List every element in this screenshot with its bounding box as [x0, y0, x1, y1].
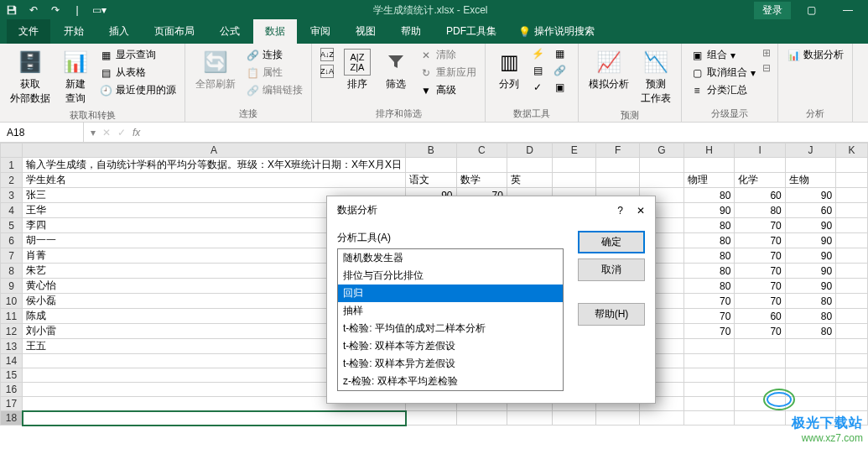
group-button[interactable]: ▣组合 ▾ [689, 47, 757, 63]
show-queries-button[interactable]: ▦显示查询 [97, 47, 178, 63]
cell[interactable]: 70 [735, 279, 785, 294]
from-table-button[interactable]: ▤从表格 [97, 65, 178, 81]
cell[interactable]: 90 [683, 203, 734, 218]
cell[interactable] [836, 294, 868, 309]
cell[interactable] [735, 411, 785, 426]
analysis-tool-item[interactable]: t-检验: 平均值的成对二样本分析 [338, 320, 563, 337]
cell[interactable] [836, 264, 868, 279]
cell[interactable] [553, 158, 596, 173]
cell[interactable] [735, 368, 785, 383]
cell[interactable] [836, 368, 868, 383]
cell[interactable] [836, 279, 868, 294]
text-to-columns-button[interactable]: ▥ 分列 [492, 47, 526, 93]
cell[interactable]: 80 [735, 203, 785, 218]
analysis-tool-item[interactable]: 抽样 [338, 302, 563, 320]
cell[interactable]: 输入学生成绩，自动统计学科的平均分等数据。班级：X年X班统计日期：X年X月X日 [23, 158, 406, 173]
row-header[interactable]: 3 [1, 188, 23, 203]
new-query-button[interactable]: 📊 新建 查询 [59, 47, 92, 107]
cell[interactable]: 70 [683, 309, 734, 324]
recent-sources-button[interactable]: 🕘最近使用的源 [97, 82, 178, 98]
ribbon-display-icon[interactable]: ▢ [794, 2, 828, 18]
cell[interactable] [683, 354, 734, 368]
analysis-tools-listbox[interactable]: 直方图移动平均随机数发生器排位与百分比排位回归抽样t-检验: 平均值的成对二样本… [337, 248, 564, 391]
cell[interactable]: 80 [683, 248, 734, 264]
cell[interactable] [836, 397, 868, 411]
save-icon[interactable] [3, 2, 20, 18]
fx-icon[interactable]: fx [133, 127, 140, 138]
row-header[interactable]: 2 [1, 173, 23, 188]
cell[interactable]: 80 [683, 264, 734, 279]
cell[interactable]: 80 [683, 233, 734, 248]
cell[interactable] [785, 158, 835, 173]
cell[interactable]: 90 [785, 233, 835, 248]
consolidate-icon[interactable]: ▦ [553, 47, 566, 60]
cell[interactable]: 80 [683, 188, 734, 203]
sort-button[interactable]: A|ZZ|A 排序 [340, 47, 374, 93]
cell[interactable] [683, 383, 734, 397]
ungroup-button[interactable]: ▢取消组合 ▾ [689, 65, 757, 81]
analysis-tool-item[interactable]: 回归 [338, 285, 563, 302]
cell[interactable]: 80 [785, 294, 835, 309]
cell[interactable] [596, 411, 640, 426]
cell[interactable] [553, 173, 596, 188]
tab-insert[interactable]: 插入 [97, 19, 141, 44]
tab-pdf[interactable]: PDF工具集 [434, 19, 508, 44]
column-header[interactable]: I [735, 144, 785, 158]
dialog-help-icon[interactable]: ? [617, 205, 623, 217]
cell[interactable] [836, 309, 868, 324]
cell[interactable]: 80 [785, 309, 835, 324]
cell[interactable]: 60 [735, 188, 785, 203]
minimize-icon[interactable]: — [831, 2, 865, 18]
cell[interactable] [785, 368, 835, 383]
collapse-icon[interactable]: ⊟ [762, 62, 771, 74]
filter-button[interactable]: 筛选 [379, 47, 413, 93]
cell[interactable]: 60 [785, 203, 835, 218]
column-header[interactable]: B [406, 144, 456, 158]
analysis-tool-item[interactable]: t-检验: 双样本等方差假设 [338, 337, 563, 355]
tab-review[interactable]: 审阅 [299, 19, 342, 44]
cell[interactable] [683, 339, 734, 354]
cell[interactable]: 60 [735, 309, 785, 324]
column-header[interactable]: G [640, 144, 684, 158]
edit-links-button[interactable]: 🔗编辑链接 [244, 82, 304, 98]
select-all-corner[interactable] [1, 144, 23, 158]
cell[interactable] [683, 397, 734, 411]
cell[interactable]: 70 [735, 248, 785, 264]
cell[interactable]: 70 [683, 294, 734, 309]
cell[interactable]: 70 [735, 264, 785, 279]
cell[interactable]: 70 [683, 324, 734, 339]
cell[interactable]: 70 [735, 294, 785, 309]
cell[interactable] [735, 397, 785, 411]
cell[interactable]: 70 [735, 233, 785, 248]
data-validation-icon[interactable]: ✓ [531, 81, 544, 94]
analysis-tool-item[interactable]: 随机数发生器 [338, 249, 563, 267]
sort-desc-button[interactable]: Z↓A [319, 64, 335, 79]
undo-icon[interactable]: ↶ [25, 2, 42, 18]
row-header[interactable]: 17 [1, 397, 23, 411]
cell[interactable]: 学生姓名 [23, 173, 406, 188]
cell[interactable] [836, 411, 868, 426]
cell[interactable] [640, 411, 684, 426]
tab-home[interactable]: 开始 [52, 19, 96, 44]
analysis-tool-item[interactable]: z-检验: 双样本平均差检验 [338, 373, 563, 390]
column-header[interactable]: D [507, 144, 552, 158]
ok-button[interactable]: 确定 [578, 231, 645, 253]
column-header[interactable]: H [683, 144, 734, 158]
tab-view[interactable]: 视图 [344, 19, 387, 44]
row-header[interactable]: 4 [1, 203, 23, 218]
row-header[interactable]: 1 [1, 158, 23, 173]
tab-help[interactable]: 帮助 [389, 19, 433, 44]
formula-input[interactable] [147, 123, 868, 142]
column-header[interactable]: A [23, 144, 406, 158]
cell[interactable] [406, 411, 456, 426]
tab-file[interactable]: 文件 [7, 19, 50, 44]
row-header[interactable]: 5 [1, 218, 23, 233]
cell[interactable] [735, 158, 785, 173]
whatif-button[interactable]: 📈 模拟分析 [585, 47, 632, 93]
cell[interactable] [23, 411, 406, 426]
cell[interactable]: 90 [785, 248, 835, 264]
cell[interactable] [836, 354, 868, 368]
tab-data[interactable]: 数据 [253, 19, 297, 44]
touch-mode-icon[interactable]: ▭▾ [91, 2, 107, 18]
expand-icon[interactable]: ⊞ [762, 47, 771, 59]
